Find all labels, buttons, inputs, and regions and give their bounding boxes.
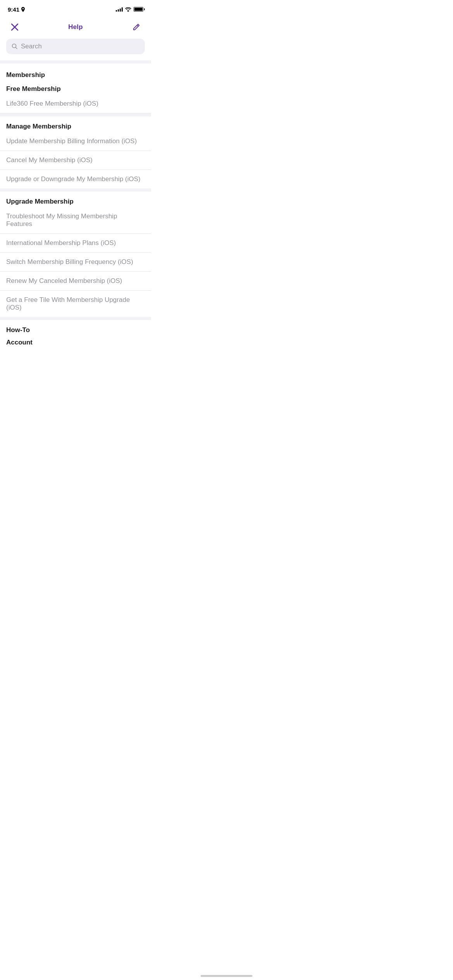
list-item-upgrade-downgrade[interactable]: Upgrade or Downgrade My Membership (iOS): [0, 170, 151, 188]
how-to-section-header: How-To: [0, 320, 151, 337]
location-icon: [21, 7, 25, 12]
section-divider-upgrade: [0, 188, 151, 192]
search-icon: [12, 43, 18, 50]
battery-icon: [134, 7, 143, 12]
edit-button[interactable]: [129, 20, 143, 34]
nav-header: Help: [0, 17, 151, 39]
wifi-icon: [125, 7, 131, 12]
section-divider-howto: [0, 317, 151, 320]
manage-membership-subheader: Manage Membership: [0, 117, 151, 132]
page-title: Help: [68, 23, 83, 31]
status-icons: [116, 7, 143, 12]
content-list: Membership Free Membership Life360 Free …: [0, 60, 151, 350]
list-item-renew-membership[interactable]: Renew My Canceled Membership (iOS): [0, 272, 151, 291]
section-divider-manage: [0, 113, 151, 117]
signal-bars: [116, 7, 123, 12]
search-placeholder: Search: [21, 43, 42, 50]
search-container: Search: [0, 39, 151, 60]
list-item-troubleshoot[interactable]: Troubleshoot My Missing Membership Featu…: [0, 207, 151, 234]
list-item-free-membership-ios[interactable]: Life360 Free Membership (iOS): [0, 94, 151, 113]
upgrade-membership-subheader: Upgrade Membership: [0, 192, 151, 207]
list-item-switch-billing[interactable]: Switch Membership Billing Frequency (iOS…: [0, 253, 151, 272]
free-membership-subheader: Free Membership: [0, 82, 151, 94]
membership-section-header: Membership: [0, 63, 151, 82]
list-item-free-tile[interactable]: Get a Free Tile With Membership Upgrade …: [0, 291, 151, 317]
list-item-cancel-membership[interactable]: Cancel My Membership (iOS): [0, 151, 151, 170]
status-time: 9:41: [8, 6, 25, 13]
search-bar[interactable]: Search: [6, 39, 145, 54]
list-item-international-membership[interactable]: International Membership Plans (iOS): [0, 234, 151, 253]
status-bar: 9:41: [0, 0, 151, 17]
account-subheader: Account: [0, 337, 151, 350]
close-button[interactable]: [8, 20, 22, 34]
list-item-update-billing[interactable]: Update Membership Billing Information (i…: [0, 132, 151, 151]
section-divider-membership: [0, 60, 151, 63]
